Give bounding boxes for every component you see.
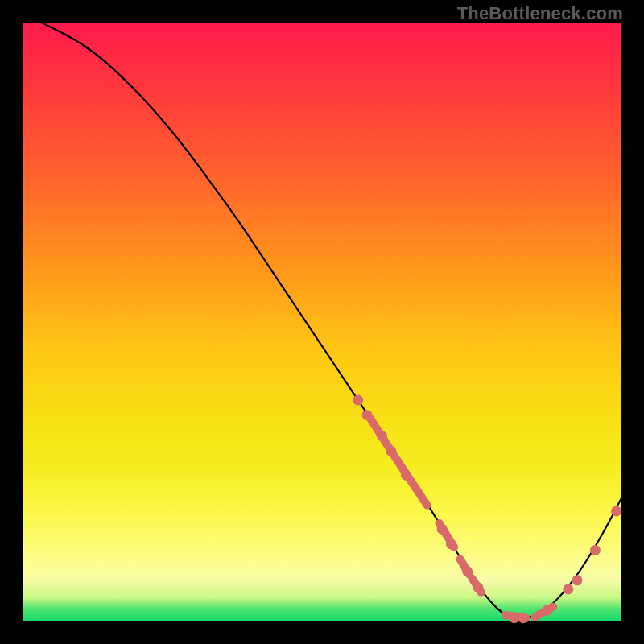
marker-dot [446,539,456,550]
marker-dot [401,470,411,481]
marker-dot [462,566,473,576]
chart-overlay [22,22,622,622]
marker-dot [572,575,583,585]
marker-dot [386,446,396,456]
bottleneck-curve [39,22,622,618]
marker-dot [563,584,573,594]
marker-dot [518,613,528,623]
marker-dot [611,506,621,516]
marker-dot [361,410,372,420]
marker-segments [370,418,554,617]
marker-dot [590,545,601,555]
chart-container: TheBottleneck.com [0,0,644,644]
marker-dots [353,394,621,623]
marker-dot [353,394,363,405]
marker-dot [377,431,387,441]
marker-dot [509,613,519,623]
attribution-text: TheBottleneck.com [457,3,623,24]
marker-dot [473,582,483,592]
marker-dot [542,605,552,616]
marker-dot [437,524,448,535]
marker-segment [397,460,427,506]
